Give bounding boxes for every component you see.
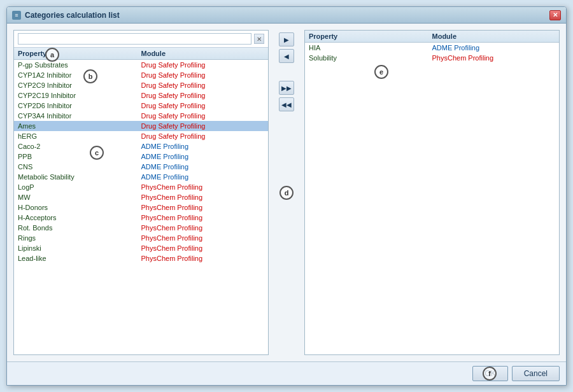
- left-cell-property: Lipinski: [18, 244, 141, 252]
- left-cell-module: Drug Safety Profiling: [141, 112, 265, 120]
- left-cell-module: Drug Safety Profiling: [141, 92, 265, 99]
- left-table-row[interactable]: H-Donors PhysChem Profiling: [14, 202, 268, 213]
- left-table-row[interactable]: H-Acceptors PhysChem Profiling: [14, 213, 268, 223]
- window-footer: OK Cancel f: [7, 361, 566, 385]
- left-table-header: Property Module: [14, 48, 268, 60]
- annotation-d: d: [279, 186, 294, 200]
- left-table-row[interactable]: Rot. Bonds PhysChem Profiling: [14, 223, 268, 233]
- search-input[interactable]: [18, 33, 251, 45]
- left-cell-property: PPB: [18, 153, 141, 160]
- left-cell-property: CYP1A2 Inhibitor: [18, 71, 141, 79]
- panels-container: ✕ Property Module P-gp Substrates Drug S…: [13, 30, 560, 355]
- left-cell-module: PhysChem Profiling: [141, 224, 265, 232]
- left-table-row[interactable]: PPB ADME Profiling: [14, 151, 268, 162]
- left-cell-module: Drug Safety Profiling: [141, 102, 265, 109]
- left-cell-property: Rot. Bonds: [18, 224, 141, 232]
- left-cell-property: Ames: [18, 122, 141, 130]
- left-cell-property: CYP3A4 Inhibitor: [18, 112, 141, 120]
- left-cell-module: PhysChem Profiling: [141, 234, 265, 242]
- title-bar: ≡ Categories calculation list ✕: [7, 7, 566, 24]
- left-cell-property: Metabolic Stability: [18, 173, 141, 181]
- add-all-button[interactable]: ▶▶: [279, 81, 294, 95]
- left-table-row[interactable]: Lead-like PhysChem Profiling: [14, 253, 268, 263]
- main-window: ≡ Categories calculation list ✕ ✕ Proper…: [6, 6, 567, 386]
- left-table-row[interactable]: Ames Drug Safety Profiling: [14, 121, 268, 131]
- left-cell-module: PhysChem Profiling: [141, 244, 265, 252]
- left-table-row[interactable]: CNS ADME Profiling: [14, 162, 268, 172]
- right-wrapper: Property Module HIA ADME Profiling Solub…: [304, 30, 560, 355]
- left-cell-property: H-Donors: [18, 204, 141, 211]
- left-cell-property: CYP2C9 Inhibitor: [18, 81, 141, 89]
- left-cell-module: Drug Safety Profiling: [141, 61, 265, 69]
- search-clear-button[interactable]: ✕: [254, 34, 264, 44]
- left-table-row[interactable]: hERG Drug Safety Profiling: [14, 131, 268, 141]
- left-table-row[interactable]: CYP3A4 Inhibitor Drug Safety Profiling: [14, 111, 268, 121]
- left-cell-property: LogP: [18, 183, 141, 191]
- right-table-row[interactable]: HIA ADME Profiling: [305, 43, 559, 53]
- left-header-property: Property: [18, 50, 141, 57]
- left-cell-property: MW: [18, 193, 141, 201]
- middle-panel: ▶ ◀ ▶▶ ◀◀ d: [274, 30, 299, 355]
- right-table-row[interactable]: Solubility PhysChem Profiling: [305, 53, 559, 63]
- left-cell-property: CYP2D6 Inhibitor: [18, 102, 141, 109]
- left-cell-module: PhysChem Profiling: [141, 183, 265, 191]
- middle-buttons: ▶ ◀ ▶▶ ◀◀: [274, 30, 299, 114]
- left-cell-property: H-Acceptors: [18, 214, 141, 221]
- right-table-body: HIA ADME Profiling Solubility PhysChem P…: [305, 43, 559, 354]
- search-bar: ✕: [14, 31, 268, 48]
- right-cell-module: PhysChem Profiling: [432, 54, 556, 62]
- right-panel: Property Module HIA ADME Profiling Solub…: [304, 30, 560, 355]
- window-body: ✕ Property Module P-gp Substrates Drug S…: [7, 24, 566, 361]
- left-cell-property: hERG: [18, 132, 141, 140]
- close-button[interactable]: ✕: [549, 10, 561, 20]
- left-header-module: Module: [141, 50, 265, 57]
- left-cell-module: PhysChem Profiling: [141, 193, 265, 201]
- left-table-row[interactable]: CYP2C19 Inhibitor Drug Safety Profiling: [14, 90, 268, 101]
- add-button[interactable]: ▶: [279, 32, 294, 46]
- left-cell-module: ADME Profiling: [141, 143, 265, 150]
- left-cell-module: Drug Safety Profiling: [141, 122, 265, 130]
- remove-button[interactable]: ◀: [279, 49, 294, 63]
- left-table-body: P-gp Substrates Drug Safety Profiling CY…: [14, 60, 268, 354]
- right-cell-module: ADME Profiling: [432, 44, 556, 52]
- left-cell-module: Drug Safety Profiling: [141, 132, 265, 140]
- right-header-property: Property: [309, 32, 432, 40]
- ok-button[interactable]: OK: [472, 366, 507, 381]
- left-wrapper: ✕ Property Module P-gp Substrates Drug S…: [13, 30, 269, 355]
- window-icon: ≡: [12, 11, 21, 20]
- left-table-row[interactable]: Metabolic Stability ADME Profiling: [14, 172, 268, 182]
- left-table-row[interactable]: Rings PhysChem Profiling: [14, 233, 268, 243]
- left-cell-property: Rings: [18, 234, 141, 242]
- left-table-row[interactable]: Lipinski PhysChem Profiling: [14, 243, 268, 253]
- left-table-row[interactable]: P-gp Substrates Drug Safety Profiling: [14, 60, 268, 70]
- left-cell-property: Lead-like: [18, 255, 141, 262]
- left-panel: ✕ Property Module P-gp Substrates Drug S…: [13, 30, 269, 355]
- remove-all-button[interactable]: ◀◀: [279, 97, 294, 111]
- left-cell-property: P-gp Substrates: [18, 61, 141, 69]
- right-table-header: Property Module: [305, 31, 559, 43]
- left-table-row[interactable]: Caco-2 ADME Profiling: [14, 141, 268, 151]
- left-cell-module: Drug Safety Profiling: [141, 71, 265, 79]
- left-table-row[interactable]: CYP1A2 Inhibitor Drug Safety Profiling: [14, 70, 268, 80]
- left-cell-module: ADME Profiling: [141, 153, 265, 160]
- left-table-row[interactable]: MW PhysChem Profiling: [14, 192, 268, 202]
- cancel-button[interactable]: Cancel: [512, 366, 560, 381]
- left-cell-property: CNS: [18, 163, 141, 171]
- left-cell-property: CYP2C19 Inhibitor: [18, 92, 141, 99]
- left-cell-module: PhysChem Profiling: [141, 204, 265, 211]
- right-cell-property: Solubility: [309, 54, 432, 62]
- left-table-row[interactable]: CYP2C9 Inhibitor Drug Safety Profiling: [14, 80, 268, 90]
- left-cell-module: PhysChem Profiling: [141, 214, 265, 221]
- left-cell-property: Caco-2: [18, 143, 141, 150]
- left-table-row[interactable]: LogP PhysChem Profiling: [14, 182, 268, 192]
- left-cell-module: Drug Safety Profiling: [141, 81, 265, 89]
- left-cell-module: ADME Profiling: [141, 173, 265, 181]
- right-cell-property: HIA: [309, 44, 432, 52]
- title-bar-left: ≡ Categories calculation list: [12, 11, 120, 20]
- left-cell-module: PhysChem Profiling: [141, 255, 265, 262]
- left-table-row[interactable]: CYP2D6 Inhibitor Drug Safety Profiling: [14, 101, 268, 111]
- window-title: Categories calculation list: [25, 11, 120, 20]
- right-header-module: Module: [432, 32, 556, 40]
- left-cell-module: ADME Profiling: [141, 163, 265, 171]
